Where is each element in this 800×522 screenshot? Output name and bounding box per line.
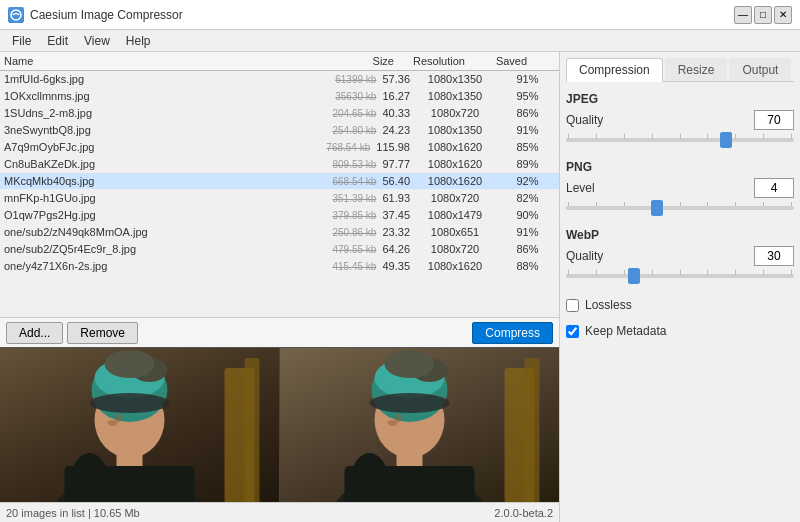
- minimize-button[interactable]: —: [734, 6, 752, 24]
- table-row[interactable]: O1qw7Pgs2Hg.jpg 379.85 kb 37.45 1080x147…: [0, 207, 559, 224]
- cell-resolution: 1080x720: [410, 192, 500, 204]
- svg-rect-19: [525, 358, 540, 502]
- remove-button[interactable]: Remove: [67, 322, 138, 344]
- svg-point-0: [11, 10, 21, 20]
- jpeg-quality-thumb[interactable]: [720, 132, 732, 148]
- keep-metadata-checkbox[interactable]: [566, 325, 579, 338]
- cell-resolution: 1080x720: [410, 243, 500, 255]
- cell-size: 254.80 kb 24.23: [310, 124, 410, 136]
- version-label: 2.0.0-beta.2: [494, 507, 553, 519]
- png-level-row: Level: [566, 178, 794, 198]
- tab-resize[interactable]: Resize: [665, 58, 728, 81]
- svg-point-11: [105, 350, 155, 378]
- table-row[interactable]: one/y4z71X6n-2s.jpg 415.45 kb 49.35 1080…: [0, 258, 559, 275]
- file-table-body[interactable]: 1mfUId-6gks.jpg 61399 kb 57.36 1080x1350…: [0, 71, 559, 317]
- webp-title: WebP: [566, 228, 794, 242]
- webp-quality-input[interactable]: [754, 246, 794, 266]
- add-button[interactable]: Add...: [6, 322, 63, 344]
- cell-name: one/y4z71X6n-2s.jpg: [4, 260, 310, 272]
- menu-edit[interactable]: Edit: [39, 32, 76, 50]
- png-level-slider-container: [566, 202, 794, 210]
- cell-saved: 92%: [500, 175, 555, 187]
- cell-size: 479.55 kb 64.26: [310, 243, 410, 255]
- menu-help[interactable]: Help: [118, 32, 159, 50]
- col-resolution: Resolution: [394, 55, 484, 67]
- lossless-row: Lossless: [566, 298, 794, 312]
- keep-metadata-label[interactable]: Keep Metadata: [585, 324, 666, 338]
- bottom-toolbar: Add... Remove Compress: [0, 317, 559, 347]
- cell-name: 1SUdns_2-m8.jpg: [4, 107, 310, 119]
- cell-saved: 86%: [500, 243, 555, 255]
- cell-resolution: 1080x720: [410, 107, 500, 119]
- status-bar: 20 images in list | 10.65 Mb 2.0.0-beta.…: [0, 502, 559, 522]
- cell-saved: 91%: [500, 226, 555, 238]
- png-level-thumb[interactable]: [651, 200, 663, 216]
- jpeg-quality-slider-container: [566, 134, 794, 142]
- jpeg-quality-row: Quality: [566, 110, 794, 130]
- jpeg-section: JPEG Quality: [566, 92, 794, 150]
- table-row[interactable]: Cn8uBaKZeDk.jpg 809.53 kb 97.77 1080x162…: [0, 156, 559, 173]
- jpeg-quality-input[interactable]: [754, 110, 794, 130]
- tab-compression[interactable]: Compression: [566, 58, 663, 82]
- svg-point-12: [90, 393, 170, 413]
- tab-output[interactable]: Output: [729, 58, 791, 81]
- table-row[interactable]: 3neSwyntbQ8.jpg 254.80 kb 24.23 1080x135…: [0, 122, 559, 139]
- add-remove-buttons: Add... Remove: [6, 322, 138, 344]
- table-row[interactable]: MKcqMkb40qs.jpg 668.54 kb 56.40 1080x162…: [0, 173, 559, 190]
- cell-resolution: 1080x1620: [410, 260, 500, 272]
- app-title: Caesium Image Compressor: [30, 8, 183, 22]
- cell-name: mnFKp-h1GUo.jpg: [4, 192, 310, 204]
- cell-saved: 82%: [500, 192, 555, 204]
- table-row[interactable]: A7q9mOybFJc.jpg 768.54 kb 115.98 1080x16…: [0, 139, 559, 156]
- table-row[interactable]: 1mfUId-6gks.jpg 61399 kb 57.36 1080x1350…: [0, 71, 559, 88]
- cell-resolution: 1080x1479: [410, 209, 500, 221]
- maximize-button[interactable]: □: [754, 6, 772, 24]
- svg-point-16: [72, 453, 108, 502]
- table-header: Name Size Resolution Saved: [0, 52, 559, 71]
- png-level-slider[interactable]: [566, 206, 794, 210]
- cell-saved: 88%: [500, 260, 555, 272]
- lossless-checkbox[interactable]: [566, 299, 579, 312]
- svg-point-26: [385, 350, 435, 378]
- compressed-preview: [280, 348, 559, 502]
- webp-quality-slider[interactable]: [566, 274, 794, 278]
- cell-saved: 91%: [500, 73, 555, 85]
- right-panel: Compression Resize Output JPEG Quality: [560, 52, 800, 522]
- cell-size: 379.85 kb 37.45: [310, 209, 410, 221]
- compress-button[interactable]: Compress: [472, 322, 553, 344]
- col-name: Name: [4, 55, 294, 67]
- col-size: Size: [294, 55, 394, 67]
- main-layout: Name Size Resolution Saved 1mfUId-6gks.j…: [0, 52, 800, 522]
- menu-view[interactable]: View: [76, 32, 118, 50]
- cell-size: 35630 kb 16.27: [310, 90, 410, 102]
- cell-size: 768.54 kb 115.98: [310, 141, 410, 153]
- cell-name: O1qw7Pgs2Hg.jpg: [4, 209, 310, 221]
- cell-resolution: 1080x1350: [410, 73, 500, 85]
- cell-saved: 91%: [500, 124, 555, 136]
- webp-section: WebP Quality: [566, 228, 794, 286]
- svg-point-13: [116, 414, 122, 422]
- lossless-label[interactable]: Lossless: [585, 298, 632, 312]
- png-level-input[interactable]: [754, 178, 794, 198]
- table-row[interactable]: one/sub2/ZQ5r4Ec9r_8.jpg 479.55 kb 64.26…: [0, 241, 559, 258]
- left-panel: Name Size Resolution Saved 1mfUId-6gks.j…: [0, 52, 560, 522]
- table-row[interactable]: one/sub2/zN49qk8MmOA.jpg 250.86 kb 23.32…: [0, 224, 559, 241]
- table-row[interactable]: 1SUdns_2-m8.jpg 204.65 kb 40.33 1080x720…: [0, 105, 559, 122]
- png-section: PNG Level: [566, 160, 794, 218]
- window-controls: — □ ✕: [734, 6, 792, 24]
- webp-quality-thumb[interactable]: [628, 268, 640, 284]
- col-saved: Saved: [484, 55, 539, 67]
- table-row[interactable]: 1OKxcllmnms.jpg 35630 kb 16.27 1080x1350…: [0, 88, 559, 105]
- file-list-container: Name Size Resolution Saved 1mfUId-6gks.j…: [0, 52, 559, 317]
- menu-file[interactable]: File: [4, 32, 39, 50]
- cell-size: 250.86 kb 23.32: [310, 226, 410, 238]
- close-button[interactable]: ✕: [774, 6, 792, 24]
- cell-saved: 90%: [500, 209, 555, 221]
- cell-size: 61399 kb 57.36: [310, 73, 410, 85]
- menu-bar: File Edit View Help: [0, 30, 800, 52]
- jpeg-quality-slider[interactable]: [566, 138, 794, 142]
- png-title: PNG: [566, 160, 794, 174]
- table-row[interactable]: mnFKp-h1GUo.jpg 351.39 kb 61.93 1080x720…: [0, 190, 559, 207]
- cell-size: 668.54 kb 56.40: [310, 175, 410, 187]
- cell-saved: 86%: [500, 107, 555, 119]
